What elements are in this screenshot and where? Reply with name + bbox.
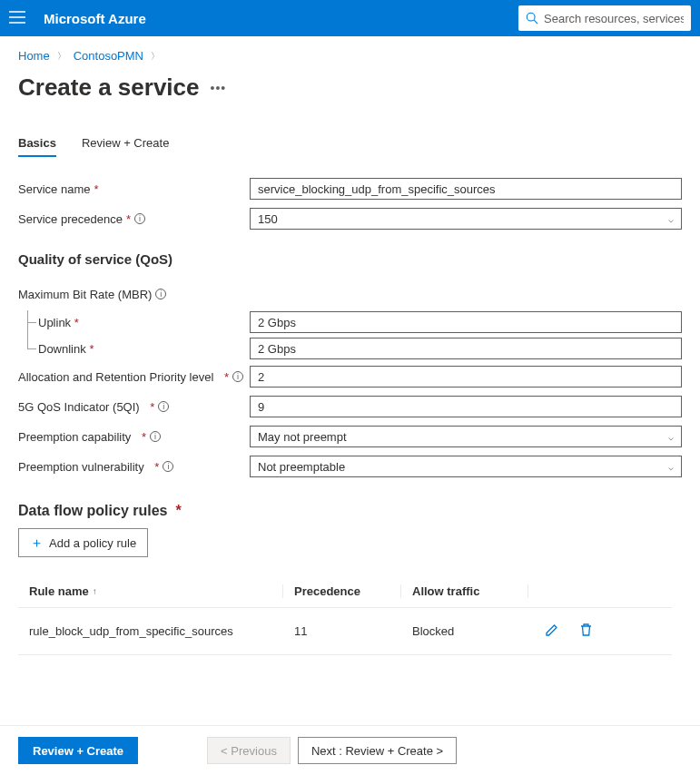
preemption-vulnerability-select[interactable]: Not preemptable ⌵ <box>250 456 682 477</box>
required-indicator: * <box>224 370 229 384</box>
sort-ascending-icon: ↑ <box>93 586 97 596</box>
footer-actions: Review + Create < Previous Next : Review… <box>0 725 700 775</box>
search-input[interactable] <box>544 12 684 25</box>
preemption-capability-label: Preemption capability <box>18 430 131 444</box>
arp-label: Allocation and Retention Priority level <box>18 370 213 384</box>
tab-review-create[interactable]: Review + Create <box>82 136 169 157</box>
arp-input[interactable] <box>250 366 682 388</box>
uplink-input[interactable] <box>250 311 682 333</box>
chevron-down-icon: ⌵ <box>668 432 674 442</box>
edit-icon[interactable] <box>545 623 559 640</box>
search-icon <box>526 12 538 25</box>
breadcrumb-home[interactable]: Home <box>18 49 50 63</box>
required-indicator: * <box>74 316 79 329</box>
required-indicator: * <box>142 430 146 444</box>
add-rule-label: Add a policy rule <box>49 536 136 550</box>
precap-value: May not preempt <box>258 430 347 444</box>
info-icon[interactable]: i <box>232 371 243 382</box>
service-name-input[interactable] <box>250 178 682 200</box>
svg-point-0 <box>527 13 535 21</box>
chevron-right-icon: 〉 <box>57 50 66 63</box>
precedence-value: 150 <box>258 212 278 226</box>
info-icon[interactable]: i <box>158 401 169 412</box>
required-indicator: * <box>154 460 159 474</box>
uplink-label: Uplink <box>38 316 71 329</box>
chevron-down-icon: ⌵ <box>668 214 674 224</box>
page-title: Create a service <box>18 74 199 102</box>
tab-basics[interactable]: Basics <box>18 136 56 157</box>
info-icon[interactable]: i <box>155 289 166 299</box>
col-allow-traffic[interactable]: Allow traffic <box>401 584 528 598</box>
brand-label: Microsoft Azure <box>44 11 146 26</box>
table-header: Rule name ↑ Precedence Allow traffic <box>18 575 672 608</box>
chevron-right-icon: 〉 <box>151 50 160 63</box>
svg-line-1 <box>534 20 537 24</box>
required-indicator: * <box>94 182 98 196</box>
info-icon[interactable]: i <box>150 431 161 442</box>
rules-table: Rule name ↑ Precedence Allow traffic rul… <box>18 575 672 655</box>
top-bar: Microsoft Azure <box>0 0 700 36</box>
cell-rule-name: rule_block_udp_from_specific_sources <box>29 624 283 638</box>
prevul-value: Not preemptable <box>258 460 345 474</box>
qos-heading: Quality of service (QoS) <box>18 251 682 267</box>
tree-connector-icon <box>27 313 36 349</box>
tab-bar: Basics Review + Create <box>18 136 682 158</box>
preemption-vulnerability-label: Preemption vulnerability <box>18 460 144 474</box>
chevron-down-icon: ⌵ <box>668 462 674 472</box>
menu-icon[interactable] <box>9 11 31 26</box>
col-precedence[interactable]: Precedence <box>283 584 401 598</box>
required-indicator: * <box>150 400 154 414</box>
required-indicator: * <box>89 342 94 356</box>
breadcrumb: Home 〉 ContosoPMN 〉 <box>18 49 682 63</box>
col-name-label: Rule name <box>29 584 89 598</box>
required-indicator: * <box>126 212 131 226</box>
fiveqi-input[interactable] <box>250 396 682 417</box>
col-rule-name[interactable]: Rule name ↑ <box>29 584 283 598</box>
dataflow-heading: Data flow policy rules <box>18 503 167 518</box>
downlink-label: Downlink <box>38 342 86 356</box>
service-precedence-select[interactable]: 150 ⌵ <box>250 208 682 230</box>
info-icon[interactable]: i <box>163 461 173 472</box>
delete-icon[interactable] <box>579 623 593 640</box>
downlink-input[interactable] <box>250 338 682 359</box>
required-indicator: * <box>175 503 181 518</box>
table-row: rule_block_udp_from_specific_sources 11 … <box>18 608 672 655</box>
previous-button: < Previous <box>207 737 291 764</box>
more-actions-icon[interactable]: ••• <box>210 81 226 95</box>
service-precedence-label: Service precedence <box>18 212 123 226</box>
service-name-label: Service name <box>18 182 90 196</box>
preemption-capability-select[interactable]: May not preempt ⌵ <box>250 426 682 447</box>
cell-allow: Blocked <box>401 624 528 638</box>
fiveqi-label: 5G QoS Indicator (5QI) <box>18 400 140 414</box>
info-icon[interactable]: i <box>134 213 145 224</box>
global-search[interactable] <box>518 5 691 31</box>
breadcrumb-resource[interactable]: ContosoPMN <box>74 49 143 63</box>
add-policy-rule-button[interactable]: ＋ Add a policy rule <box>18 528 148 557</box>
cell-precedence: 11 <box>283 624 401 638</box>
next-button[interactable]: Next : Review + Create > <box>298 737 457 764</box>
mbr-label: Maximum Bit Rate (MBR) <box>18 288 152 301</box>
plus-icon: ＋ <box>30 535 44 552</box>
review-create-button[interactable]: Review + Create <box>18 737 138 764</box>
